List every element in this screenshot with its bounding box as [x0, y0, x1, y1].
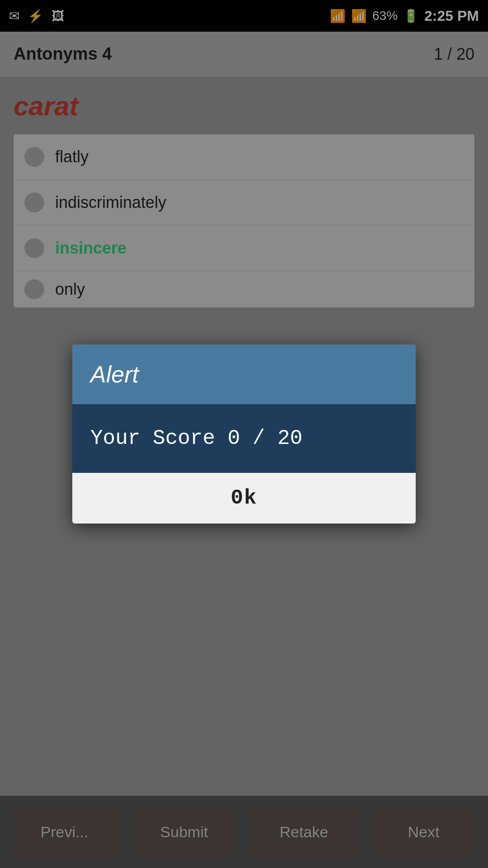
- dialog-ok-button[interactable]: 0k: [230, 486, 257, 510]
- dialog-score: Your Score 0 / 20: [90, 427, 302, 450]
- dialog-overlay: Alert Your Score 0 / 20 0k: [0, 0, 488, 868]
- dialog-header: Alert: [72, 344, 416, 404]
- dialog-title: Alert: [90, 361, 139, 387]
- alert-dialog: Alert Your Score 0 / 20 0k: [72, 344, 416, 524]
- dialog-body: Your Score 0 / 20: [72, 404, 416, 473]
- dialog-footer: 0k: [72, 473, 416, 524]
